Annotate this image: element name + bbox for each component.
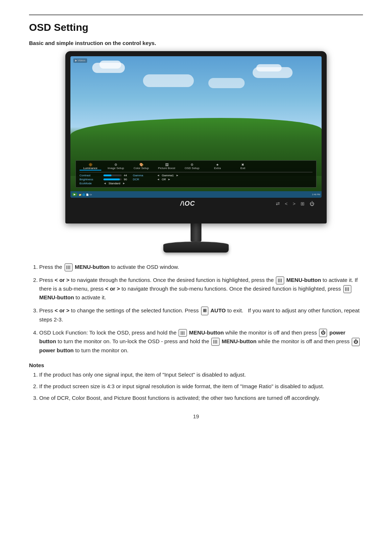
left-button-icon: <	[285, 201, 288, 206]
osd-tab-luminance: 🔆 Luminance	[79, 163, 101, 171]
instruction-1: Press the ||| MENU-button to activate th…	[39, 263, 363, 271]
subtitle: Basic and simple instruction on the cont…	[29, 40, 363, 46]
osd-menu: 🔆 Luminance ⚙ Image Setup 🎨 Color Setup	[75, 160, 317, 188]
osd-tab-image: ⚙ Image Setup	[105, 163, 127, 171]
monitor-screen: ▶ Videos 🔆 Luminance ⚙ Image Setup	[70, 56, 322, 198]
screen-topbar: ▶ Videos	[73, 58, 87, 63]
notes-title: Notes	[29, 362, 363, 368]
osd-right-rows: Gamma ◄ Gamma1 ► DCR ◄ Off ►	[133, 174, 179, 185]
notes-section: Notes If the product has only one signal…	[29, 362, 363, 402]
monitor-controls: /\OC ⇄ < > ⊞ ⏻	[70, 198, 322, 210]
instructions-section: Press the ||| MENU-button to activate th…	[29, 263, 363, 355]
cloud-5	[143, 74, 194, 87]
start-button: ▶	[72, 193, 77, 196]
control-buttons: ⇄ < > ⊞ ⏻	[276, 201, 314, 206]
input-select-icon: ⇄	[276, 201, 280, 206]
menu-icon-1: |||	[65, 263, 73, 271]
instructions-list: Press the ||| MENU-button to activate th…	[29, 263, 363, 355]
osd-tab-exit: ✖ Exit	[232, 163, 254, 171]
instruction-2: Press < or > to navigate through the fun…	[39, 276, 363, 302]
cloud-4	[256, 64, 282, 71]
osd-tabs: 🔆 Luminance ⚙ Image Setup 🎨 Color Setup	[79, 163, 313, 172]
page-title: OSD Setting	[29, 22, 363, 33]
auto-icon: ⊞	[201, 307, 208, 315]
monitor-logo: /\OC	[180, 200, 195, 208]
cloud-2	[99, 61, 121, 69]
power-icon-1: ⏻	[319, 329, 327, 337]
osd-row-dcr: DCR ◄ Off ►	[133, 178, 179, 181]
stand-base	[163, 242, 229, 253]
monitor-stand	[65, 223, 327, 253]
instruction-4: OSD Lock Function: To lock the OSD, pres…	[39, 328, 363, 355]
note-1: If the product has only one signal input…	[39, 370, 363, 379]
monitor-wrapper: ▶ Videos 🔆 Luminance ⚙ Image Setup	[65, 51, 327, 253]
osd-left-rows: Contrast 44 Brightness 90 EcoMode	[79, 174, 127, 185]
menu-button-icon: ⊞	[301, 201, 305, 206]
right-button-icon: >	[293, 201, 295, 206]
taskbar: ▶ 📁🌐📄🗂 2:46 PM	[70, 191, 322, 198]
power-icon-2: ⏻	[352, 338, 360, 346]
top-divider	[29, 15, 363, 15]
cloud-6	[208, 78, 245, 88]
menu-icon-4: |||	[179, 329, 187, 337]
osd-row-brightness: Brightness 90	[79, 178, 127, 181]
menu-icon-5: |||	[211, 338, 219, 346]
power-button-icon: ⏻	[310, 201, 314, 206]
osd-row-ecomode: EcoMode ◄ Standard ►	[79, 182, 127, 185]
osd-tab-color: 🎨 Color Setup	[130, 163, 152, 171]
monitor-bezel: ▶ Videos 🔆 Luminance ⚙ Image Setup	[65, 51, 327, 223]
menu-icon-2: |||	[276, 276, 284, 284]
note-3: One of DCR, Color Boost, and Picture Boo…	[39, 394, 363, 402]
instruction-3: Press < or > to change the settings of t…	[39, 306, 363, 324]
monitor-image: ▶ Videos 🔆 Luminance ⚙ Image Setup	[29, 51, 363, 253]
taskbar-items: 📁🌐📄🗂	[79, 193, 92, 196]
stand-neck	[191, 223, 201, 242]
osd-content: Contrast 44 Brightness 90 EcoMode	[79, 174, 313, 185]
osd-tab-picture: 🖼 Picture Boost	[156, 163, 177, 171]
notes-list: If the product has only one signal input…	[29, 370, 363, 402]
osd-tab-osdsetup: ⚙ OSD Setup	[181, 163, 203, 171]
osd-row-contrast: Contrast 44	[79, 174, 127, 177]
osd-row-gamma: Gamma ◄ Gamma1 ►	[133, 174, 179, 177]
note-2: If the product screen size is 4:3 or inp…	[39, 382, 363, 391]
page-number: 19	[29, 413, 363, 419]
taskbar-clock: 2:46 PM	[312, 193, 320, 196]
menu-icon-3: |||	[343, 285, 351, 293]
osd-tab-extra: ★ Extra	[207, 163, 228, 171]
